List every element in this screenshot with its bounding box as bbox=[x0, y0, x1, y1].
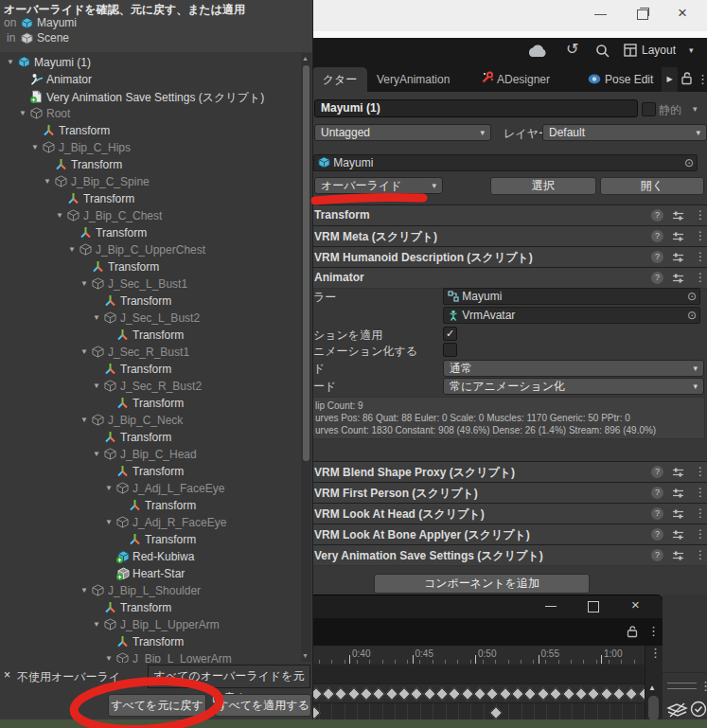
component-header[interactable]: VRM First Person (スクリプト) ? ⋮ bbox=[312, 482, 707, 504]
tree-item-component[interactable]: Transform bbox=[0, 293, 299, 310]
expand-arrow-icon[interactable]: ▼ bbox=[105, 654, 113, 663]
component-menu-icon[interactable]: ⋮ bbox=[695, 486, 706, 499]
preset-icon[interactable] bbox=[672, 550, 684, 561]
tree-item-component[interactable]: Transform bbox=[0, 497, 299, 514]
component-header[interactable]: Animator ? ⋮ bbox=[312, 267, 707, 289]
scroll-down-arrow-icon[interactable]: ▼ bbox=[302, 652, 309, 659]
keyframe-diamond[interactable] bbox=[499, 687, 512, 701]
fwindow-minimize-icon[interactable] bbox=[545, 606, 557, 607]
tree-item-gameobject[interactable]: ▼J_Bip_L_UpperArm bbox=[0, 616, 299, 633]
expand-arrow-icon[interactable]: ▼ bbox=[105, 484, 113, 492]
tree-item-gameobject[interactable]: ▼J_Bip_C_Head bbox=[0, 446, 299, 463]
keyframe-diamond[interactable] bbox=[461, 687, 474, 701]
dopesheet-keyframe-row[interactable] bbox=[313, 684, 645, 703]
tab-inspector-partial[interactable]: クター bbox=[312, 67, 367, 92]
ruler-menu-icon[interactable]: ⋮ bbox=[649, 646, 662, 660]
panel-menu-icon[interactable]: ⋮ bbox=[699, 679, 707, 693]
keyframe-diamond[interactable] bbox=[625, 687, 638, 701]
tree-item-component[interactable]: Transform bbox=[0, 224, 299, 241]
tree-item-component[interactable]: Transform bbox=[0, 156, 299, 173]
close-icon[interactable]: × bbox=[4, 668, 10, 682]
component-header[interactable]: Very Animation Save Settings (スクリプト) ? ⋮ bbox=[312, 544, 707, 566]
keyframe-diamond[interactable] bbox=[334, 687, 347, 701]
object-picker-icon[interactable]: ⊙ bbox=[684, 155, 694, 170]
keyframe-diamond[interactable] bbox=[523, 687, 537, 701]
tree-item-component[interactable]: Transform bbox=[0, 122, 299, 139]
expand-arrow-icon[interactable]: ▼ bbox=[19, 109, 27, 117]
culling-mode-dropdown[interactable]: 常にアニメーション化▾ bbox=[443, 378, 704, 395]
tree-item-component[interactable]: Transform bbox=[0, 258, 299, 275]
timeline-scroll-column[interactable]: ⋮ ▲ bbox=[645, 646, 663, 720]
search-icon[interactable] bbox=[595, 44, 610, 59]
layers-icon[interactable] bbox=[666, 701, 688, 719]
history-icon[interactable]: ↺ bbox=[566, 40, 578, 58]
cloud-icon[interactable] bbox=[526, 44, 549, 58]
preset-icon[interactable] bbox=[672, 529, 684, 541]
object-picker-icon[interactable]: ⊙ bbox=[687, 289, 697, 304]
scrollbar-thumb[interactable] bbox=[303, 65, 309, 461]
expand-arrow-icon[interactable]: ▼ bbox=[80, 347, 88, 356]
avatar-field[interactable]: VrmAvatar ⊙ bbox=[443, 307, 700, 324]
layout-dropdown-arrow[interactable]: ▾ bbox=[689, 45, 694, 55]
keyframe-diamond[interactable] bbox=[537, 687, 550, 701]
preset-icon[interactable] bbox=[672, 508, 684, 520]
keyframe-diamond[interactable] bbox=[346, 687, 360, 701]
window-minimize-icon[interactable] bbox=[594, 14, 607, 15]
preset-icon[interactable] bbox=[672, 273, 684, 284]
tree-item-component[interactable]: Animator bbox=[0, 71, 299, 88]
tree-item-component[interactable]: Transform bbox=[0, 633, 299, 650]
keyframe-diamond[interactable] bbox=[322, 687, 335, 701]
tab-adesigner[interactable]: ADesigner bbox=[497, 73, 550, 86]
check-circle-icon[interactable] bbox=[690, 701, 707, 719]
keyframe-diamond[interactable] bbox=[612, 687, 626, 701]
tree-item-gameobject[interactable]: ▼J_Sec_R_Bust2 bbox=[0, 378, 299, 395]
expand-arrow-icon[interactable]: ▼ bbox=[7, 58, 14, 66]
open-button[interactable]: 開く bbox=[600, 177, 704, 195]
tree-item-gameobject[interactable]: ▼J_Sec_L_Bust2 bbox=[0, 310, 299, 327]
tree-item-gameobject[interactable]: ▼J_Sec_R_Bust1 bbox=[0, 344, 299, 361]
preset-icon[interactable] bbox=[672, 210, 684, 222]
scrollbar-thumb[interactable] bbox=[648, 696, 659, 720]
tree-item-component[interactable]: Transform bbox=[0, 395, 299, 412]
keyframe-diamond[interactable] bbox=[448, 687, 461, 701]
component-menu-icon[interactable]: ⋮ bbox=[695, 527, 706, 541]
window-close-icon[interactable]: × bbox=[678, 4, 687, 23]
scroll-up-arrow-icon[interactable]: ▲ bbox=[302, 55, 309, 62]
keyframe-diamond[interactable] bbox=[574, 687, 588, 701]
expand-arrow-icon[interactable]: ▼ bbox=[68, 245, 76, 254]
component-menu-icon[interactable]: ⋮ bbox=[695, 465, 706, 478]
tree-item-component[interactable]: Transform bbox=[0, 361, 299, 378]
layer-dropdown[interactable]: Default▾ bbox=[542, 124, 707, 141]
keyframe-diamond[interactable] bbox=[372, 687, 385, 701]
animate-physics-checkbox[interactable] bbox=[443, 343, 457, 357]
apply-root-motion-checkbox[interactable]: ✓ bbox=[443, 327, 457, 341]
tag-dropdown[interactable]: Untagged▾ bbox=[314, 124, 491, 141]
layout-dropdown[interactable]: Layout bbox=[642, 44, 676, 57]
keyframe-diamond[interactable] bbox=[489, 706, 503, 719]
help-icon[interactable]: ? bbox=[651, 549, 663, 561]
expand-arrow-icon[interactable]: ▼ bbox=[44, 177, 51, 186]
tree-item-gameobject[interactable]: ▼J_Adj_R_FaceEye bbox=[0, 514, 299, 531]
tree-item-component[interactable]: Transform bbox=[0, 463, 299, 480]
tree-item-component[interactable]: Transform bbox=[0, 190, 299, 207]
tree-item-gameobject[interactable]: ▼J_Bip_C_Hips bbox=[0, 139, 299, 156]
expand-arrow-icon[interactable]: ▼ bbox=[93, 620, 100, 629]
controller-field[interactable]: Mayumi ⊙ bbox=[443, 288, 700, 305]
fwindow-close-icon[interactable]: × bbox=[631, 596, 640, 613]
expand-arrow-icon[interactable]: ▼ bbox=[56, 211, 63, 220]
help-icon[interactable]: ? bbox=[651, 272, 663, 284]
keyframe-diamond[interactable] bbox=[599, 687, 612, 701]
gameobject-name-field[interactable]: Mayumi (1) bbox=[314, 99, 638, 117]
add-component-button[interactable]: コンポーネントを追加 bbox=[374, 574, 590, 594]
tree-item-component[interactable]: Transform bbox=[0, 599, 299, 616]
tree-item-gameobject[interactable]: Red-Kubiwa bbox=[0, 548, 299, 565]
keyframe-diamond[interactable] bbox=[410, 687, 423, 701]
tab-poseedit[interactable]: Pose Edit bbox=[605, 73, 653, 86]
scroll-up-arrow-icon[interactable]: ▲ bbox=[648, 684, 656, 692]
keyframe-diamond[interactable] bbox=[561, 687, 574, 701]
update-mode-dropdown[interactable]: 通常▾ bbox=[443, 360, 704, 377]
keyframe-diamond[interactable] bbox=[423, 687, 436, 701]
dopesheet-second-row[interactable] bbox=[313, 702, 645, 721]
tree-item-gameobject[interactable]: ▼J_Bip_L_LowerArm bbox=[0, 650, 299, 663]
expand-arrow-icon[interactable]: ▼ bbox=[80, 586, 88, 595]
